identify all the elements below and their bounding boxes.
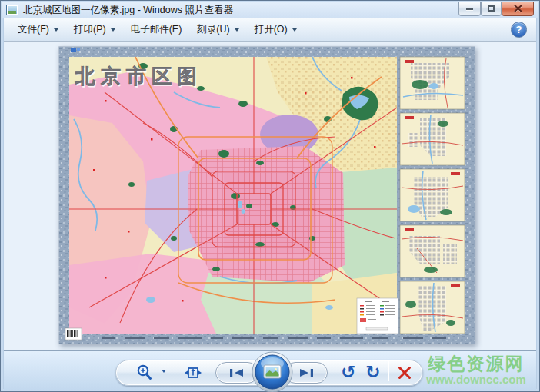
map-title: 北京市区图 北京市区图: [75, 65, 204, 89]
menu-label: 电子邮件(E): [131, 23, 182, 36]
actual-size-icon: [185, 364, 202, 381]
rotate-cw-icon: ↻: [365, 364, 380, 381]
slideshow-icon: [252, 351, 293, 392]
map-title-text: 北京市区图: [75, 65, 202, 88]
close-icon: [513, 5, 523, 13]
next-icon: [298, 367, 315, 378]
menu-item-open[interactable]: 打开(O): [247, 20, 305, 39]
previous-icon: [228, 367, 245, 378]
menu-item-file[interactable]: 文件(F): [10, 20, 66, 39]
close-button[interactable]: [502, 2, 534, 16]
window-controls: [458, 2, 534, 16]
rotate-ccw-icon: ↺: [341, 364, 355, 381]
image-canvas: 北京市区图 北京市区图: [4, 42, 536, 350]
magnifier-plus-icon: [135, 364, 154, 382]
actual-size-button[interactable]: [184, 364, 202, 382]
menu-item-email[interactable]: 电子邮件(E): [123, 20, 190, 39]
maximize-button[interactable]: [481, 2, 502, 16]
delete-button[interactable]: [395, 363, 415, 383]
help-icon: ?: [516, 24, 522, 35]
menu-label: 刻录(U): [197, 23, 229, 36]
watermark-url: www.downcc.com: [418, 374, 535, 386]
zoom-dropdown-arrow[interactable]: [157, 370, 166, 373]
watermark: 绿色资源网 www.downcc.com: [418, 354, 535, 386]
menu-label: 文件(F): [18, 23, 49, 36]
chevron-down-icon: [292, 28, 297, 32]
delete-x-icon: [397, 365, 412, 380]
zoom-button[interactable]: [135, 363, 155, 383]
photo-viewer-icon: [6, 5, 18, 15]
titlebar: 北京城区地图一亿像素.jpg - Windows 照片查看器: [2, 2, 538, 18]
beijing-map-image: 北京市区图 北京市区图: [58, 46, 475, 344]
chevron-down-icon: [162, 370, 166, 373]
watermark-site-name: 绿色资源网: [418, 354, 535, 374]
chevron-down-icon: [235, 28, 239, 32]
bottom-toolbar-area: ↺ ↻ 绿色资源网 www.downcc.com: [4, 350, 536, 390]
chevron-down-icon: [111, 28, 115, 32]
toolbar-divider: [388, 361, 388, 381]
minimize-button[interactable]: [458, 2, 481, 16]
slideshow-button[interactable]: [252, 351, 293, 392]
menu-item-print[interactable]: 打印(P): [66, 20, 123, 39]
rotate-cw-button[interactable]: ↻: [362, 361, 384, 383]
inset-maps: [400, 57, 465, 334]
menu-label: 打开(O): [255, 23, 288, 36]
chevron-down-icon: [54, 28, 58, 32]
menu-item-burn[interactable]: 刻录(U): [189, 20, 246, 39]
barcode-box: [65, 328, 82, 340]
window-title: 北京城区地图一亿像素.jpg - Windows 照片查看器: [23, 4, 233, 17]
menubar: 文件(F) 打印(P) 电子邮件(E) 刻录(U) 打开(O) ?: [4, 18, 536, 42]
menu-label: 打印(P): [74, 23, 106, 36]
rotate-ccw-button[interactable]: ↺: [338, 361, 359, 383]
help-button[interactable]: ?: [511, 22, 527, 38]
map-artwork: 北京市区图 北京市区图: [58, 46, 475, 344]
legend-box: [357, 298, 398, 334]
maximize-icon: [488, 5, 495, 12]
minimize-icon: [466, 8, 473, 10]
photo-viewer-window: 北京城区地图一亿像素.jpg - Windows 照片查看器 文件(F) 打印(…: [0, 0, 540, 392]
